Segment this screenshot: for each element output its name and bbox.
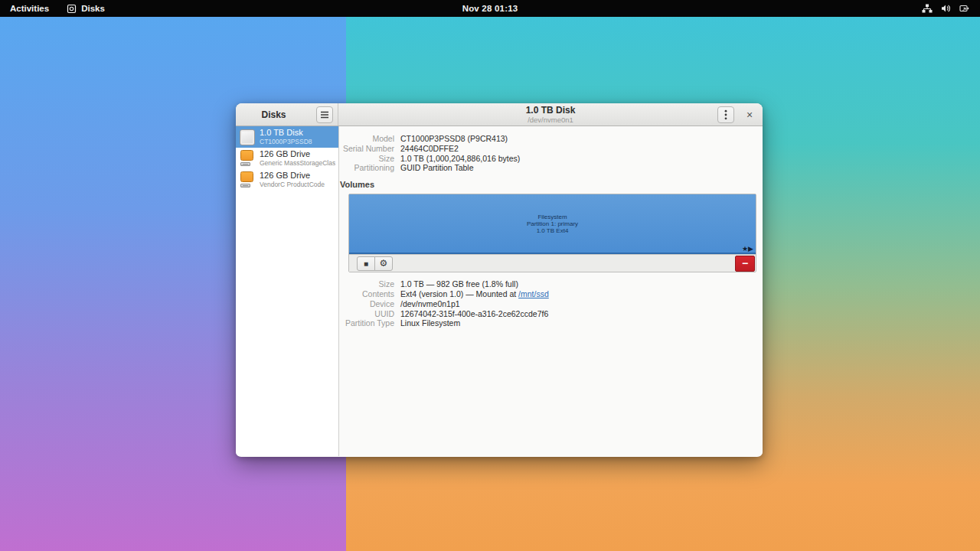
- info-value: 24464C0DFFE2: [400, 144, 459, 154]
- disks-window: Disks 1.0 TB Disk /dev/nvme0n1 ×: [236, 103, 763, 457]
- info-label: Partition Type: [339, 318, 394, 328]
- info-value: 12674042-315f-400e-a316-2ce62ccde7f6: [400, 309, 548, 319]
- mounted-play-icon: ▶: [748, 245, 753, 253]
- drive-details-pane: Model CT1000P3PSSD8 (P9CR413) Serial Num…: [339, 126, 763, 456]
- info-label: UUID: [339, 309, 394, 319]
- disks-app-icon: [67, 4, 77, 14]
- info-label: Model: [339, 134, 394, 144]
- close-icon: ×: [746, 109, 753, 121]
- partition-line1: Filesystem: [537, 214, 567, 220]
- partition-flags: ★▶: [742, 246, 753, 253]
- contents-text: Ext4 (version 1.0) — Mounted at: [400, 289, 518, 298]
- info-label: Size: [339, 154, 394, 164]
- minus-icon: −: [742, 257, 748, 269]
- headerbar-sidebar-section: Disks: [236, 103, 338, 126]
- app-menu-button[interactable]: Disks: [59, 0, 113, 17]
- partition-options-button[interactable]: ⚙: [374, 256, 393, 271]
- partition-block[interactable]: Filesystem Partition 1: primary 1.0 TB E…: [349, 194, 756, 254]
- window-subtitle: /dev/nvme0n1: [526, 116, 576, 124]
- sidebar-item-text: 1.0 TB Disk CT1000P3PSSD8: [260, 129, 312, 145]
- sidebar-header-title: Disks: [236, 103, 312, 126]
- volume-toolbar: ■ ⚙ −: [349, 254, 756, 272]
- sidebar-item-usb-generic[interactable]: 126 GB Drive Generic MassStorageClass: [236, 148, 338, 169]
- info-value: /dev/nvme0n1p1: [400, 299, 460, 309]
- network-icon: [922, 4, 933, 13]
- drive-subtitle: VendorC ProductCode: [260, 181, 325, 188]
- volume-icon: [941, 4, 951, 13]
- info-value: 1.0 TB — 982 GB free (1.8% full): [400, 279, 518, 289]
- info-row-serial: Serial Number 24464C0DFFE2: [339, 144, 763, 154]
- info-value: Linux Filesystem: [400, 318, 460, 328]
- drive-title: 1.0 TB Disk: [260, 129, 312, 137]
- sidebar-item-text: 126 GB Drive Generic MassStorageClass: [260, 150, 335, 167]
- activities-button[interactable]: Activities: [0, 0, 59, 17]
- headerbar: Disks 1.0 TB Disk /dev/nvme0n1 ×: [236, 103, 763, 126]
- kebab-menu-icon: [724, 109, 727, 120]
- headerbar-main-section: 1.0 TB Disk /dev/nvme0n1 ×: [338, 103, 763, 126]
- hamburger-icon: [320, 111, 329, 119]
- drive-subtitle: Generic MassStorageClass: [260, 160, 335, 167]
- usb-drive-icon: [240, 171, 255, 188]
- clock[interactable]: Nov 28 01:13: [462, 4, 518, 13]
- battery-icon: [959, 4, 969, 13]
- info-value: 1.0 TB (1,000,204,886,016 bytes): [400, 154, 520, 164]
- window-title: 1.0 TB Disk: [526, 106, 576, 115]
- ssd-icon: [240, 129, 255, 145]
- partition-line2: Partition 1: primary: [527, 220, 578, 227]
- sidebar-item-nvme-disk[interactable]: 1.0 TB Disk CT1000P3PSSD8: [236, 126, 338, 148]
- close-button[interactable]: ×: [743, 103, 756, 126]
- drive-title: 126 GB Drive: [260, 150, 335, 158]
- sidebar-item-text: 126 GB Drive VendorC ProductCode: [260, 171, 325, 188]
- volumes-section-title: Volumes: [340, 180, 763, 189]
- info-row-vol-size: Size 1.0 TB — 982 GB free (1.8% full): [339, 279, 763, 289]
- drive-title: 126 GB Drive: [260, 171, 325, 180]
- stop-square-icon: ■: [364, 259, 368, 268]
- info-row-contents: Contents Ext4 (version 1.0) — Mounted at…: [339, 289, 763, 299]
- info-value: CT1000P3PSSD8 (P9CR413): [400, 134, 508, 144]
- top-panel: Activities Disks Nov 28 01:13: [0, 0, 980, 17]
- sidebar-item-usb-vendorc[interactable]: 126 GB Drive VendorC ProductCode: [236, 169, 338, 191]
- drive-subtitle: CT1000P3PSSD8: [260, 139, 312, 145]
- mount-point-link[interactable]: /mnt/ssd: [518, 289, 549, 298]
- drive-list-sidebar: 1.0 TB Disk CT1000P3PSSD8 126 GB Drive G…: [236, 126, 339, 456]
- info-row-device: Device /dev/nvme0n1p1: [339, 299, 763, 309]
- delete-partition-button[interactable]: −: [735, 256, 755, 272]
- volume-action-group: ■ ⚙: [357, 256, 393, 271]
- window-body: 1.0 TB Disk CT1000P3PSSD8 126 GB Drive G…: [236, 126, 763, 456]
- info-row-uuid: UUID 12674042-315f-400e-a316-2ce62ccde7f…: [339, 309, 763, 319]
- system-tray[interactable]: [911, 0, 980, 17]
- info-label: Size: [339, 279, 394, 289]
- info-label: Partitioning: [339, 163, 394, 173]
- info-label: Contents: [339, 289, 394, 299]
- volume-info-grid: Size 1.0 TB — 982 GB free (1.8% full) Co…: [339, 279, 763, 328]
- partition-line3: 1.0 TB Ext4: [537, 227, 569, 234]
- drive-info-grid: Model CT1000P3PSSD8 (P9CR413) Serial Num…: [339, 134, 763, 173]
- info-value: Ext4 (version 1.0) — Mounted at /mnt/ssd: [400, 289, 549, 299]
- window-title-block: 1.0 TB Disk /dev/nvme0n1: [526, 106, 576, 124]
- unmount-button[interactable]: ■: [357, 256, 375, 271]
- usb-drive-icon: [240, 150, 255, 167]
- volumes-widget: Filesystem Partition 1: primary 1.0 TB E…: [348, 194, 756, 272]
- info-row-partitioning: Partitioning GUID Partition Table: [339, 163, 763, 173]
- info-row-model: Model CT1000P3PSSD8 (P9CR413): [339, 134, 763, 144]
- info-value: GUID Partition Table: [400, 163, 474, 173]
- info-row-partition-type: Partition Type Linux Filesystem: [339, 318, 763, 328]
- info-label: Device: [339, 299, 394, 309]
- gear-icon: ⚙: [380, 258, 388, 269]
- hamburger-menu-button[interactable]: [316, 106, 333, 123]
- drive-menu-button[interactable]: [717, 106, 734, 123]
- info-row-size: Size 1.0 TB (1,000,204,886,016 bytes): [339, 154, 763, 164]
- app-menu-label: Disks: [81, 4, 105, 13]
- info-label: Serial Number: [339, 144, 394, 154]
- bootable-star-icon: ★: [742, 245, 748, 253]
